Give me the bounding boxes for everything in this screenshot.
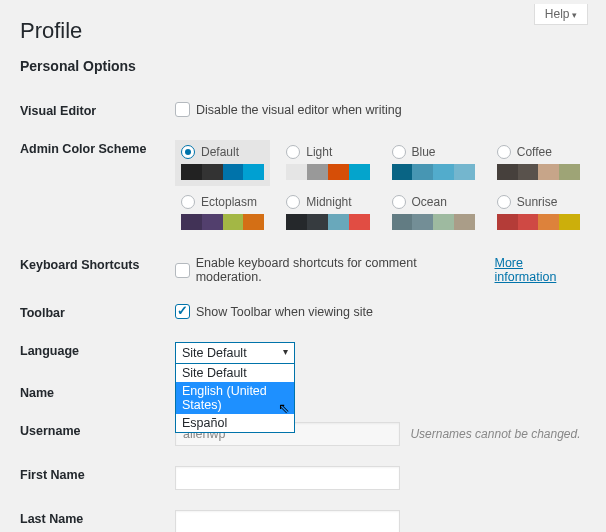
swatch bbox=[454, 164, 475, 180]
page-title: Profile bbox=[20, 18, 586, 44]
swatch bbox=[181, 164, 202, 180]
username-note: Usernames cannot be changed. bbox=[410, 427, 580, 441]
color-scheme-name: Ocean bbox=[412, 195, 447, 209]
color-scheme-sunrise[interactable]: Sunrise bbox=[491, 190, 586, 236]
swatch bbox=[392, 214, 413, 230]
color-scheme-radio[interactable] bbox=[181, 195, 195, 209]
color-scheme-name: Light bbox=[306, 145, 332, 159]
color-scheme-blue[interactable]: Blue bbox=[386, 140, 481, 186]
first-name-label: First Name bbox=[20, 456, 175, 500]
swatch bbox=[243, 164, 264, 180]
first-name-input[interactable] bbox=[175, 466, 400, 490]
language-option-espanol[interactable]: Español bbox=[176, 414, 294, 432]
color-scheme-radio[interactable] bbox=[497, 195, 511, 209]
swatch bbox=[433, 214, 454, 230]
keyboard-shortcuts-toggle[interactable]: Enable keyboard shortcuts for comment mo… bbox=[175, 256, 586, 284]
color-scheme-radio[interactable] bbox=[286, 195, 300, 209]
color-scheme-ectoplasm[interactable]: Ectoplasm bbox=[175, 190, 270, 236]
toolbar-checkbox[interactable] bbox=[175, 304, 190, 319]
language-dropdown[interactable]: Site Default English (United States) ⇖ E… bbox=[175, 364, 295, 433]
swatch bbox=[497, 214, 518, 230]
color-scheme-radio[interactable] bbox=[286, 145, 300, 159]
swatch bbox=[518, 164, 539, 180]
visual-editor-toggle[interactable]: Disable the visual editor when writing bbox=[175, 102, 586, 117]
swatch bbox=[433, 164, 454, 180]
toolbar-label: Toolbar bbox=[20, 294, 175, 332]
keyboard-shortcuts-text: Enable keyboard shortcuts for comment mo… bbox=[196, 256, 479, 284]
color-scheme-name: Default bbox=[201, 145, 239, 159]
last-name-label: Last Name bbox=[20, 500, 175, 532]
language-option-site-default[interactable]: Site Default bbox=[176, 364, 294, 382]
swatch bbox=[307, 164, 328, 180]
language-label: Language bbox=[20, 332, 175, 374]
color-scheme-ocean[interactable]: Ocean bbox=[386, 190, 481, 236]
swatch bbox=[286, 164, 307, 180]
swatch bbox=[392, 164, 413, 180]
visual-editor-label: Visual Editor bbox=[20, 92, 175, 130]
name-heading: Name bbox=[20, 374, 586, 412]
color-scheme-radio[interactable] bbox=[392, 195, 406, 209]
swatch bbox=[243, 214, 264, 230]
keyboard-shortcuts-checkbox[interactable] bbox=[175, 263, 190, 278]
color-scheme-radio[interactable] bbox=[392, 145, 406, 159]
swatch bbox=[412, 214, 433, 230]
language-option-english-us[interactable]: English (United States) ⇖ bbox=[176, 382, 294, 414]
help-tab[interactable]: Help bbox=[534, 4, 588, 25]
color-scheme-radio[interactable] bbox=[181, 145, 195, 159]
username-label: Username bbox=[20, 412, 175, 456]
toolbar-text: Show Toolbar when viewing site bbox=[196, 305, 373, 319]
swatch bbox=[202, 164, 223, 180]
swatch bbox=[559, 214, 580, 230]
swatch bbox=[223, 164, 244, 180]
keyboard-shortcuts-label: Keyboard Shortcuts bbox=[20, 246, 175, 294]
swatch bbox=[181, 214, 202, 230]
swatch bbox=[518, 214, 539, 230]
swatch bbox=[307, 214, 328, 230]
keyboard-more-info-link[interactable]: More information bbox=[495, 256, 587, 284]
swatch bbox=[202, 214, 223, 230]
swatch bbox=[328, 214, 349, 230]
swatch bbox=[223, 214, 244, 230]
swatch bbox=[328, 164, 349, 180]
color-scheme-name: Blue bbox=[412, 145, 436, 159]
swatch bbox=[497, 164, 518, 180]
toolbar-toggle[interactable]: Show Toolbar when viewing site bbox=[175, 304, 586, 319]
swatch bbox=[412, 164, 433, 180]
swatch bbox=[349, 164, 370, 180]
visual-editor-checkbox[interactable] bbox=[175, 102, 190, 117]
color-scheme-radio[interactable] bbox=[497, 145, 511, 159]
swatch bbox=[559, 164, 580, 180]
color-scheme-default[interactable]: Default bbox=[175, 140, 270, 186]
color-scheme-label: Admin Color Scheme bbox=[20, 130, 175, 246]
color-scheme-name: Coffee bbox=[517, 145, 552, 159]
color-scheme-name: Ectoplasm bbox=[201, 195, 257, 209]
swatch bbox=[286, 214, 307, 230]
last-name-input[interactable] bbox=[175, 510, 400, 532]
personal-options-heading: Personal Options bbox=[20, 58, 586, 74]
swatch bbox=[538, 164, 559, 180]
swatch bbox=[454, 214, 475, 230]
color-scheme-name: Midnight bbox=[306, 195, 351, 209]
swatch bbox=[349, 214, 370, 230]
swatch bbox=[538, 214, 559, 230]
color-scheme-light[interactable]: Light bbox=[280, 140, 375, 186]
visual-editor-text: Disable the visual editor when writing bbox=[196, 103, 402, 117]
color-scheme-midnight[interactable]: Midnight bbox=[280, 190, 375, 236]
color-scheme-name: Sunrise bbox=[517, 195, 558, 209]
color-scheme-coffee[interactable]: Coffee bbox=[491, 140, 586, 186]
language-select[interactable]: Site Default bbox=[175, 342, 295, 364]
